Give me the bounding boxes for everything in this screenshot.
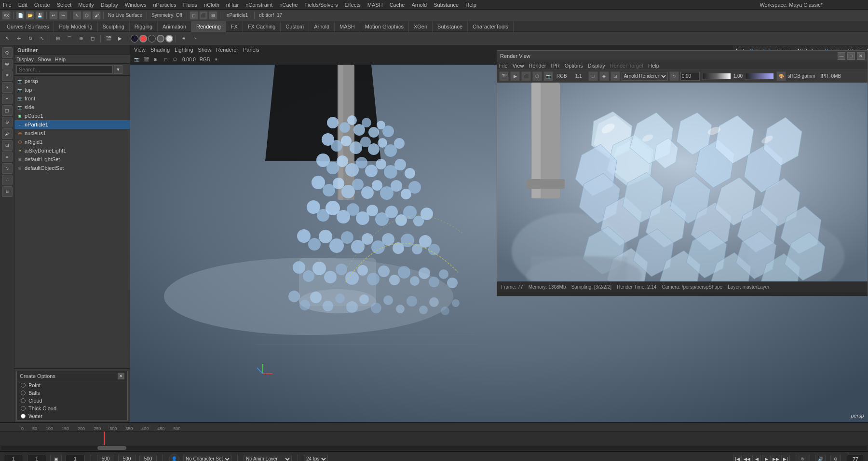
shelf-extra-3[interactable]: ⊞ — [209, 11, 217, 20]
rv-snapshot-btn[interactable]: 📷 — [543, 71, 553, 81]
current-frame-input[interactable] — [847, 455, 864, 461]
tab-animation[interactable]: Animation — [158, 21, 191, 32]
rv-gamma-slider[interactable] — [745, 73, 774, 80]
menu-nparticles[interactable]: nParticles — [153, 2, 176, 8]
renderer-select[interactable]: Arnold Renderer — [622, 72, 668, 81]
vp-menu-renderer[interactable]: Renderer — [216, 47, 238, 53]
snap-curve-icon[interactable]: ⌒ — [64, 33, 75, 44]
render-view-minimize[interactable]: — — [838, 52, 845, 60]
tree-item-persp[interactable]: 📷 persp — [14, 77, 130, 85]
tree-item-defaultlightset[interactable]: ⊞ defaultLightSet — [14, 155, 130, 164]
tab-rigging[interactable]: Rigging — [130, 21, 158, 32]
tab-poly-modeling[interactable]: Poly Modeling — [54, 21, 97, 32]
shelf-extra-1[interactable]: ◻ — [190, 11, 198, 20]
range-3-input[interactable] — [139, 455, 157, 461]
tree-item-nparticle1[interactable]: ∴ nParticle1 — [14, 120, 130, 129]
scroll-track[interactable] — [1, 446, 867, 450]
rv-display-btn[interactable]: ◈ — [599, 71, 609, 81]
frame-current-input[interactable] — [27, 455, 46, 461]
menu-cache[interactable]: Cache — [390, 2, 405, 8]
tab-fx-caching[interactable]: FX Caching — [243, 21, 281, 32]
rv-color-btn[interactable]: 🎨 — [776, 71, 786, 81]
vp-menu-shading[interactable]: Shading — [150, 47, 170, 53]
shelf-paint[interactable]: 🖌 — [92, 11, 101, 20]
particle-icon[interactable]: ⁕ — [178, 33, 189, 44]
tree-item-defaultobjectset[interactable]: ⊞ defaultObjectSet — [14, 164, 130, 172]
move-tool-icon[interactable]: ✛ — [14, 33, 24, 44]
snap-grid-icon[interactable]: ⊞ — [53, 33, 63, 44]
rotate-tool-icon[interactable]: ↻ — [25, 33, 36, 44]
tree-item-nucleus1[interactable]: ◎ nucleus1 — [14, 129, 130, 138]
frame-playback-input[interactable] — [66, 455, 85, 461]
rotate-left-icon[interactable]: E — [2, 70, 13, 81]
rv-menu-render[interactable]: Render — [529, 63, 546, 69]
range-end-input[interactable] — [118, 455, 136, 461]
tab-rendering[interactable]: Rendering — [191, 21, 226, 32]
frame-start-input[interactable] — [4, 455, 23, 461]
settings-btn[interactable]: ⚙ — [830, 455, 841, 461]
vp-menu-lighting[interactable]: Lighting — [175, 47, 193, 53]
menu-fields[interactable]: Fields/Solvers — [304, 2, 338, 8]
rv-exposure-slider[interactable] — [702, 73, 731, 80]
ncloth-left-icon[interactable]: ∿ — [2, 163, 13, 174]
rv-menu-ipr[interactable]: IPR — [551, 63, 559, 69]
particle-option-point[interactable]: Point — [17, 381, 127, 389]
audio-btn[interactable]: 🔊 — [815, 455, 826, 461]
fluid-icon[interactable]: ~ — [190, 33, 201, 44]
rv-menu-view[interactable]: View — [513, 63, 524, 69]
menu-file[interactable]: File — [3, 2, 12, 8]
soft-select-icon[interactable]: ⊛ — [2, 117, 13, 127]
search-input[interactable] — [16, 65, 113, 74]
step-back-btn[interactable]: ◀◀ — [743, 455, 751, 461]
anim-layer-icon[interactable]: ▣ — [50, 455, 62, 461]
anim-layer-select[interactable]: No Anim Layer — [244, 455, 292, 461]
particle-option-balls[interactable]: Balls — [17, 389, 127, 397]
rv-menu-display[interactable]: Display — [588, 63, 605, 69]
tab-motion-graphics[interactable]: Motion Graphics — [360, 21, 409, 32]
vp-exposure-btn[interactable]: ☀ — [212, 55, 220, 64]
goto-end-btn[interactable]: ▶| — [781, 455, 790, 461]
outliner-menu-display[interactable]: Display — [16, 56, 34, 62]
shelf-select[interactable]: ↖ — [73, 11, 81, 20]
rv-scope-btn[interactable]: ⊡ — [610, 71, 620, 81]
menu-nhair[interactable]: nHair — [226, 2, 239, 8]
tree-item-pcube1[interactable]: ▣ pCube1 — [14, 112, 130, 120]
rv-exposure-input[interactable] — [680, 72, 700, 81]
scale-tool-icon[interactable]: ⤡ — [37, 33, 47, 44]
play-btn[interactable]: ▶ — [762, 455, 771, 461]
tab-custom[interactable]: Custom — [281, 21, 309, 32]
tab-curves-surfaces[interactable]: Curves / Surfaces — [2, 21, 54, 32]
tab-character-tools[interactable]: CharacterTools — [468, 21, 514, 32]
tab-xgen[interactable]: XGen — [409, 21, 433, 32]
play-back-btn[interactable]: ◀ — [752, 455, 761, 461]
rv-menu-options[interactable]: Options — [565, 63, 583, 69]
rv-ipr-btn[interactable]: ▶ — [510, 71, 520, 81]
vp-menu-panels[interactable]: Panels — [243, 47, 259, 53]
tree-item-aiskydome[interactable]: ☀ aiSkyDomeLight1 — [14, 146, 130, 155]
particle-option-cloud[interactable]: Cloud — [17, 397, 127, 405]
loop-btn[interactable]: ↻ — [796, 455, 810, 461]
outliner-menu-help[interactable]: Help — [55, 56, 66, 62]
shelf-new[interactable]: 📄 — [16, 11, 25, 20]
menu-mash[interactable]: MASH — [367, 2, 383, 8]
menu-effects[interactable]: Effects — [344, 2, 360, 8]
shelf-extra-2[interactable]: ⬛ — [199, 11, 208, 20]
vp-menu-show[interactable]: Show — [198, 47, 212, 53]
char-set-icon[interactable]: 👤 — [169, 454, 179, 461]
create-options-close[interactable]: ✕ — [118, 373, 124, 379]
snap-point-icon[interactable]: ⊕ — [76, 33, 86, 44]
menu-nconstraint[interactable]: nConstraint — [245, 2, 272, 8]
particle-option-water[interactable]: Water — [17, 412, 127, 420]
menu-create[interactable]: Create — [34, 2, 50, 8]
vp-wire-btn[interactable]: ⬡ — [171, 55, 179, 64]
search-options-btn[interactable]: ▼ — [114, 65, 122, 74]
shelf-undo[interactable]: ↩ — [49, 11, 58, 20]
menu-arnold[interactable]: Arnold — [411, 2, 427, 8]
step-fwd-btn[interactable]: ▶▶ — [772, 455, 780, 461]
shelf-open[interactable]: 📂 — [26, 11, 34, 20]
shelf-save[interactable]: 💾 — [35, 11, 44, 20]
rv-menu-file[interactable]: File — [499, 63, 508, 69]
tree-item-side[interactable]: 📷 side — [14, 103, 130, 112]
vp-camera-btn[interactable]: 📷 — [132, 55, 141, 64]
render-icon[interactable]: 🎬 — [103, 33, 114, 44]
